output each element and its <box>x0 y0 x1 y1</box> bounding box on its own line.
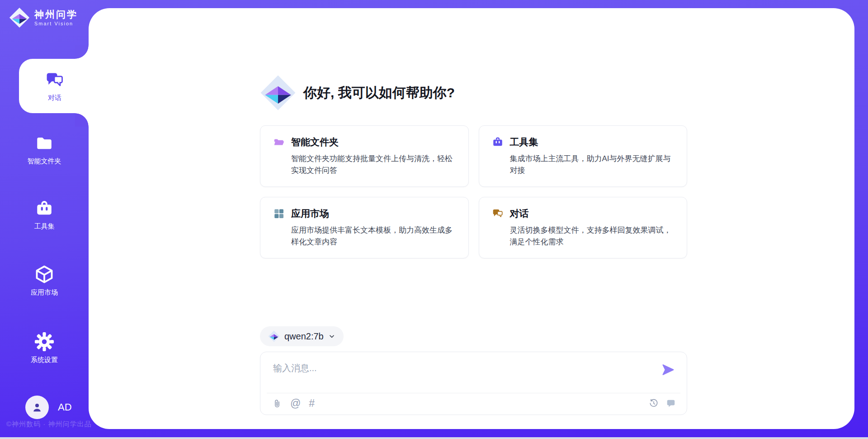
paperclip-icon <box>272 398 282 408</box>
copyright: ©神州数码 · 神州问学出品 <box>6 420 91 429</box>
sidebar-item-folders[interactable]: 智能文件夹 <box>0 134 89 166</box>
card-title: 智能文件夹 <box>291 136 339 148</box>
greeting-logo-diamond-icon <box>260 75 296 111</box>
toolbox-icon <box>492 136 504 148</box>
chat-bubble-icon <box>666 398 676 408</box>
sidebar-item-label: 对话 <box>48 94 61 102</box>
composer: @ # <box>260 352 687 415</box>
sidebar-item-chat[interactable]: 对话 <box>19 59 90 113</box>
card-smart-folder[interactable]: 智能文件夹 智能文件夹功能支持批量文件上传与清洗，轻松实现文件问答 <box>260 125 469 187</box>
card-title: 工具集 <box>510 136 538 148</box>
grid-icon <box>273 208 285 220</box>
sidebar-item-tools[interactable]: 工具集 <box>0 199 89 231</box>
card-description: 灵活切换多模型文件，支持多样回复效果调试，满足个性化需求 <box>510 224 675 248</box>
folder-open-icon <box>273 136 285 148</box>
card-toolset[interactable]: 工具集 集成市场上主流工具，助力AI与外界无缝扩展与对接 <box>479 125 688 187</box>
card-title: 对话 <box>510 207 529 220</box>
send-icon <box>661 363 675 377</box>
chat-icon <box>45 70 65 90</box>
model-selector[interactable]: qwen2:7b <box>260 326 344 346</box>
feature-cards: 智能文件夹 智能文件夹功能支持批量文件上传与清洗，轻松实现文件问答 <box>260 125 687 258</box>
sidebar-item-market[interactable]: 应用市场 <box>0 264 89 297</box>
toolbox-icon <box>35 199 54 218</box>
brand: 神州问学 Smart Vision <box>9 7 78 28</box>
greeting: 你好, 我可以如何帮助你? <box>260 75 687 111</box>
tab-fillet-bottom <box>75 113 89 127</box>
gear-icon <box>34 332 54 352</box>
card-app-market[interactable]: 应用市场 应用市场提供丰富长文本模板，助力高效生成多样化文章内容 <box>260 197 469 258</box>
brand-logo-diamond-icon <box>9 7 30 28</box>
sidebar-item-label: 系统设置 <box>31 356 58 364</box>
card-title: 应用市场 <box>291 207 329 220</box>
cube-icon <box>34 264 54 284</box>
hashtag-button[interactable]: # <box>309 398 315 408</box>
attach-button[interactable] <box>272 398 282 408</box>
send-button[interactable] <box>661 363 675 377</box>
composer-divider <box>267 393 680 393</box>
mention-button[interactable]: @ <box>290 398 301 408</box>
card-chat[interactable]: 对话 灵活切换多模型文件，支持多样回复效果调试，满足个性化需求 <box>479 197 688 258</box>
hash-icon: # <box>309 397 315 409</box>
sidebar-item-label: 工具集 <box>34 222 55 231</box>
bottom-strip <box>0 437 868 439</box>
at-icon: @ <box>290 397 301 409</box>
card-description: 应用市场提供丰富长文本模板，助力高效生成多样化文章内容 <box>291 224 456 248</box>
user-name: AD <box>58 401 72 413</box>
model-logo-diamond-icon <box>268 330 280 342</box>
content: 你好, 我可以如何帮助你? 智能文件夹 智能文件夹功能支持批量文件上传与清洗，轻… <box>260 75 687 415</box>
tab-fillet-top <box>75 45 89 59</box>
folder-icon <box>35 134 54 153</box>
model-name: qwen2:7b <box>284 331 324 342</box>
chevron-down-icon <box>328 333 335 340</box>
chat-icon <box>492 208 504 220</box>
sidebar-item-label: 应用市场 <box>31 288 58 297</box>
message-input[interactable] <box>272 361 618 389</box>
card-description: 集成市场上主流工具，助力AI与外界无缝扩展与对接 <box>510 153 675 177</box>
brand-name: 神州问学 <box>34 9 78 19</box>
history-button[interactable] <box>649 398 659 408</box>
user-icon <box>31 401 43 413</box>
history-icon <box>649 398 659 408</box>
card-description: 智能文件夹功能支持批量文件上传与清洗，轻松实现文件问答 <box>291 153 456 177</box>
avatar <box>25 396 49 419</box>
sidebar-item-label: 智能文件夹 <box>28 157 61 166</box>
sidebar-item-settings[interactable]: 系统设置 <box>0 332 89 364</box>
page-title: 你好, 我可以如何帮助你? <box>303 84 455 102</box>
quick-chat-button[interactable] <box>666 398 676 408</box>
brand-subtitle: Smart Vision <box>34 21 78 26</box>
user-profile[interactable]: AD <box>25 396 72 419</box>
